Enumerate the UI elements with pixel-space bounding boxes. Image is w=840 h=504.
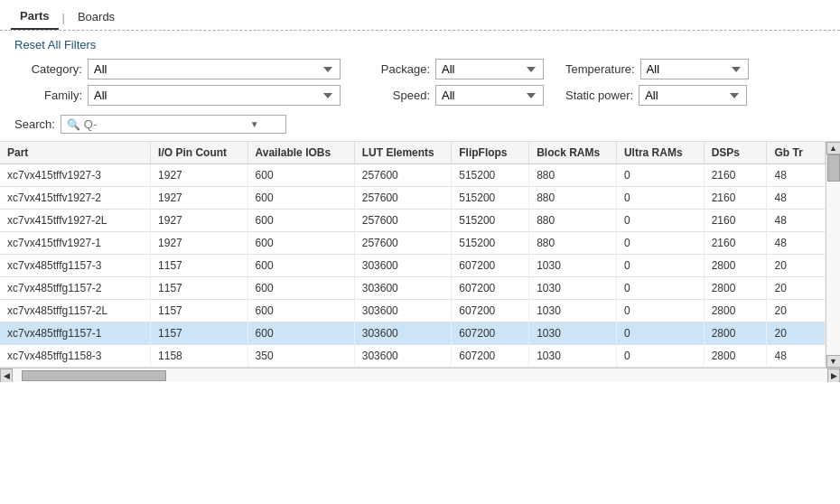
table-row[interactable]: xc7vx485tffg1157-21157600303600607200103… <box>0 277 826 300</box>
cell-gb_tr: 20 <box>767 277 826 300</box>
cell-dsps: 2800 <box>704 300 767 322</box>
col-header-gb-tr: Gb Tr <box>767 142 826 164</box>
col-header-available-iobs: Available IOBs <box>247 142 354 164</box>
cell-part: xc7vx485tffg1157-1 <box>0 322 151 345</box>
col-header-block-rams: Block RAMs <box>529 142 617 164</box>
cell-gb_tr: 48 <box>767 345 826 368</box>
cell-part: xc7vx415tffv1927-3 <box>0 164 151 187</box>
cell-available_iobs: 600 <box>247 255 354 277</box>
search-input[interactable] <box>84 117 247 131</box>
cell-lut_elements: 257600 <box>354 232 451 255</box>
cell-gb_tr: 48 <box>767 187 826 210</box>
package-select[interactable]: All <box>435 59 544 79</box>
cell-flipflops: 515200 <box>452 232 529 255</box>
cell-flipflops: 515200 <box>452 210 529 232</box>
search-dropdown-arrow[interactable]: ▼ <box>250 119 259 129</box>
cell-flipflops: 607200 <box>452 322 529 345</box>
cell-io_pin_count: 1927 <box>151 187 247 210</box>
category-select[interactable]: All <box>88 59 341 79</box>
cell-gb_tr: 48 <box>767 164 826 187</box>
scroll-down-button[interactable]: ▼ <box>826 355 841 368</box>
cell-available_iobs: 600 <box>247 164 354 187</box>
cell-block_rams: 1030 <box>529 300 617 322</box>
table-row[interactable]: xc7vx415tffv1927-21927600257600515200880… <box>0 187 826 210</box>
family-select[interactable]: All <box>88 85 341 106</box>
cell-lut_elements: 303600 <box>354 345 451 368</box>
cell-available_iobs: 600 <box>247 210 354 232</box>
cell-gb_tr: 20 <box>767 300 826 322</box>
cell-lut_elements: 257600 <box>354 187 451 210</box>
table-row[interactable]: xc7vx485tffg1157-2L115760030360060720010… <box>0 300 826 322</box>
cell-block_rams: 1030 <box>529 255 617 277</box>
table-header-row: Part I/O Pin Count Available IOBs LUT El… <box>0 142 826 164</box>
cell-available_iobs: 600 <box>247 187 354 210</box>
h-scroll-thumb[interactable] <box>22 370 166 381</box>
table-row[interactable]: xc7vx415tffv1927-31927600257600515200880… <box>0 164 826 187</box>
cell-dsps: 2800 <box>704 277 767 300</box>
filter-group-family: Family: All <box>14 85 341 106</box>
cell-io_pin_count: 1927 <box>151 164 247 187</box>
table-row[interactable]: xc7vx485tffg1157-31157600303600607200103… <box>0 255 826 277</box>
tab-divider: | <box>59 11 69 24</box>
scroll-track[interactable] <box>826 154 841 355</box>
static-power-select[interactable]: All <box>639 85 747 106</box>
parts-table: Part I/O Pin Count Available IOBs LUT El… <box>0 142 826 368</box>
cell-lut_elements: 257600 <box>354 164 451 187</box>
cell-ultra_rams: 0 <box>616 187 704 210</box>
scroll-right-button[interactable]: ▶ <box>827 369 840 383</box>
cell-block_rams: 880 <box>529 187 617 210</box>
table-row[interactable]: xc7vx485tffg1158-31158350303600607200103… <box>0 345 826 368</box>
cell-flipflops: 515200 <box>452 164 529 187</box>
table-row[interactable]: xc7vx415tffv1927-2L192760025760051520088… <box>0 210 826 232</box>
cell-block_rams: 1030 <box>529 322 617 345</box>
reset-filters-link[interactable]: Reset All Filters <box>14 38 96 51</box>
filter-group-temperature: Temperature: All <box>565 59 749 79</box>
tab-bar: Parts | Boards <box>0 0 840 31</box>
cell-part: xc7vx415tffv1927-2 <box>0 187 151 210</box>
cell-available_iobs: 600 <box>247 232 354 255</box>
cell-dsps: 2800 <box>704 322 767 345</box>
col-header-dsps: DSPs <box>704 142 767 164</box>
filter-group-speed: Speed: All <box>362 85 544 106</box>
cell-available_iobs: 600 <box>247 300 354 322</box>
cell-io_pin_count: 1927 <box>151 210 247 232</box>
search-icon: 🔍 <box>67 118 80 131</box>
cell-dsps: 2800 <box>704 255 767 277</box>
cell-io_pin_count: 1157 <box>151 255 247 277</box>
tab-parts[interactable]: Parts <box>11 5 59 30</box>
table-outer: Part I/O Pin Count Available IOBs LUT El… <box>0 142 840 368</box>
h-scroll-track[interactable] <box>13 369 827 383</box>
cell-block_rams: 1030 <box>529 277 617 300</box>
cell-ultra_rams: 0 <box>616 164 704 187</box>
search-label: Search: <box>14 117 55 131</box>
cell-lut_elements: 303600 <box>354 300 451 322</box>
cell-flipflops: 607200 <box>452 345 529 368</box>
col-header-lut-elements: LUT Elements <box>354 142 451 164</box>
cell-flipflops: 607200 <box>452 255 529 277</box>
search-input-wrapper: 🔍 ▼ <box>61 115 286 134</box>
package-label: Package: <box>362 62 430 76</box>
tab-boards[interactable]: Boards <box>69 6 124 29</box>
cell-block_rams: 880 <box>529 164 617 187</box>
table-row[interactable]: xc7vx415tffv1927-11927600257600515200880… <box>0 232 826 255</box>
table-row[interactable]: xc7vx485tffg1157-11157600303600607200103… <box>0 322 826 345</box>
table-body: xc7vx415tffv1927-31927600257600515200880… <box>0 164 826 368</box>
cell-lut_elements: 257600 <box>354 210 451 232</box>
category-label: Category: <box>14 62 82 76</box>
cell-dsps: 2800 <box>704 345 767 368</box>
scroll-thumb[interactable] <box>827 154 840 182</box>
cell-available_iobs: 600 <box>247 322 354 345</box>
scroll-up-button[interactable]: ▲ <box>826 142 841 154</box>
filters-area: Reset All Filters Category: All Package:… <box>0 31 840 109</box>
cell-flipflops: 607200 <box>452 277 529 300</box>
temperature-select[interactable]: All <box>640 59 749 79</box>
cell-gb_tr: 48 <box>767 232 826 255</box>
cell-ultra_rams: 0 <box>616 232 704 255</box>
cell-ultra_rams: 0 <box>616 277 704 300</box>
scroll-left-button[interactable]: ◀ <box>0 369 13 383</box>
cell-dsps: 2160 <box>704 210 767 232</box>
static-power-label: Static power: <box>565 89 633 102</box>
cell-io_pin_count: 1157 <box>151 277 247 300</box>
speed-select[interactable]: All <box>435 85 544 106</box>
cell-ultra_rams: 0 <box>616 210 704 232</box>
